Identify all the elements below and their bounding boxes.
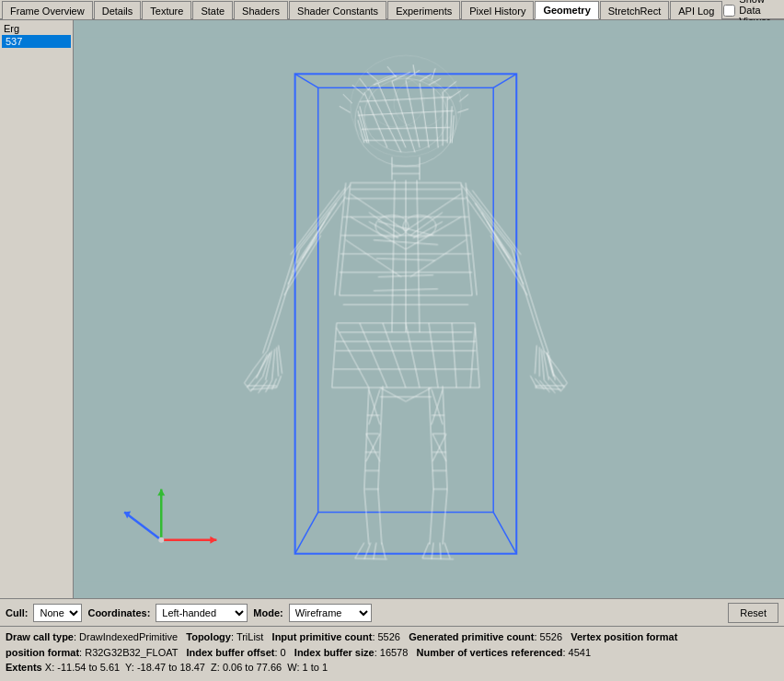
info-line-2: position format: R32G32B32_FLOAT Index b…: [6, 645, 778, 661]
extents-z: Z: 0.06 to 77.66: [211, 662, 282, 673]
tab-shader-constants[interactable]: Shader Constants: [289, 1, 386, 19]
vertex-position-format-label: Vertex position format: [571, 631, 677, 642]
extents-label: Extents: [6, 662, 42, 673]
viewport[interactable]: [74, 20, 784, 598]
extents-y: Y: -18.47 to 18.47: [125, 662, 205, 673]
extents-x: X: -11.54 to 5.61: [45, 662, 120, 673]
tab-geometry[interactable]: Geometry: [535, 1, 598, 19]
svg-rect-0: [74, 37, 784, 582]
main-area: Erg 537: [0, 20, 784, 598]
cull-label: Cull:: [6, 607, 28, 618]
sidebar: Erg 537: [0, 20, 74, 598]
tab-frame-overview[interactable]: Frame Overview: [2, 1, 93, 19]
reset-button[interactable]: Reset: [728, 603, 778, 623]
extents-w: W: 1 to 1: [287, 662, 328, 673]
bottom-toolbar: Cull: None CW CCW Coordinates: Left-hand…: [0, 598, 784, 626]
num-vertices-value: 4541: [569, 647, 591, 658]
tab-stretch-rect[interactable]: StretchRect: [600, 1, 669, 19]
index-buffer-size-label: Index buffer size: [294, 647, 375, 658]
tab-texture[interactable]: Texture: [142, 1, 191, 19]
sidebar-header: Erg: [2, 22, 71, 35]
sidebar-item-537[interactable]: 537: [2, 35, 71, 48]
tab-state[interactable]: State: [192, 1, 233, 19]
info-bar: Draw call type: DrawIndexedPrimitive Top…: [0, 626, 784, 681]
tab-api-log[interactable]: API Log: [670, 1, 722, 19]
tab-experiments[interactable]: Experiments: [387, 1, 460, 19]
wireframe-display: [74, 20, 784, 598]
vertex-position-format-value: R32G32B32_FLOAT: [85, 647, 178, 658]
topology-label: Topology: [186, 631, 231, 642]
input-primitive-count-label: Input primitive count: [272, 631, 373, 642]
draw-call-type-label: Draw call type: [6, 631, 74, 642]
cull-select[interactable]: None CW CCW: [33, 604, 82, 622]
info-line-3: Extents X: -11.54 to 5.61 Y: -18.47 to 1…: [6, 660, 778, 675]
coordinates-label: Coordinates:: [87, 607, 150, 618]
generated-primitive-count-value: 5526: [540, 631, 562, 642]
vertex-position-format-label2: position format: [6, 647, 79, 658]
index-buffer-size-value: 16578: [380, 647, 409, 658]
show-data-viewer-checkbox[interactable]: [723, 5, 735, 17]
tab-bar: Frame Overview Details Texture State Sha…: [0, 0, 784, 20]
input-primitive-count-value: 5526: [378, 631, 400, 642]
info-line-1: Draw call type: DrawIndexedPrimitive Top…: [6, 629, 778, 645]
draw-call-type-value: DrawIndexedPrimitive: [79, 631, 178, 642]
tab-details[interactable]: Details: [94, 1, 142, 19]
coordinates-select[interactable]: Left-handed Right-handed: [156, 604, 248, 622]
tab-pixel-history[interactable]: Pixel History: [461, 1, 534, 19]
generated-primitive-count-label: Generated primitive count: [409, 631, 534, 642]
tab-shaders[interactable]: Shaders: [234, 1, 288, 19]
index-buffer-offset-value: 0: [281, 647, 286, 658]
topology-value: TriList: [236, 631, 264, 642]
mode-select[interactable]: Wireframe Solid: [289, 604, 372, 622]
svg-point-204: [158, 537, 164, 543]
num-vertices-label: Number of vertices referenced: [417, 647, 563, 658]
mode-label: Mode:: [253, 607, 282, 618]
index-buffer-offset-label: Index buffer offset: [186, 647, 274, 658]
